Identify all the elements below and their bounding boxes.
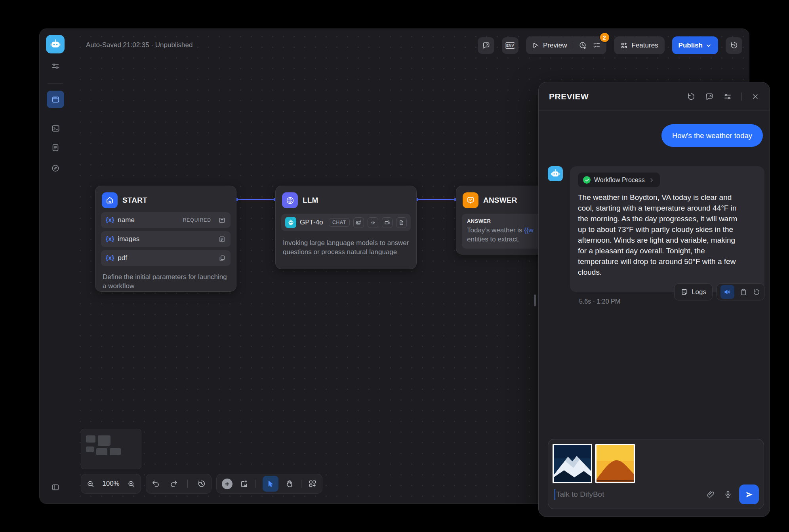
logs-button[interactable]: Logs bbox=[674, 283, 713, 300]
chat-text-input[interactable] bbox=[556, 490, 707, 499]
voice-input-button[interactable] bbox=[724, 490, 732, 499]
sidebar-item-logs[interactable] bbox=[47, 139, 64, 156]
openai-knot bbox=[287, 219, 295, 226]
robot-icon bbox=[550, 169, 560, 179]
start-node-icon bbox=[102, 192, 118, 208]
variable-token: {x} bbox=[106, 236, 114, 243]
version-history-button[interactable] bbox=[726, 37, 742, 54]
text-input-type-icon bbox=[218, 217, 226, 224]
copy-button[interactable] bbox=[739, 288, 747, 296]
llm-node-icon bbox=[282, 192, 298, 208]
conversation-settings-button[interactable] bbox=[723, 92, 732, 101]
checklist-icon bbox=[593, 41, 601, 49]
restart-conversation-button[interactable] bbox=[687, 92, 696, 101]
bot-avatar bbox=[548, 166, 563, 181]
home-icon bbox=[105, 196, 114, 205]
chat-clear-icon bbox=[482, 41, 490, 49]
clock-play-icon bbox=[579, 41, 587, 49]
env-variables-button[interactable]: ENV bbox=[502, 37, 518, 54]
features-button[interactable]: Features bbox=[614, 36, 665, 54]
sidebar-item-apps[interactable] bbox=[47, 91, 64, 108]
sidebar-item-controls[interactable] bbox=[47, 57, 64, 75]
features-label: Features bbox=[632, 42, 658, 49]
preview-panel: PREVIEW How's the weather today bbox=[538, 82, 770, 517]
preview-actions bbox=[687, 92, 759, 101]
chat-mode-badge: CHAT bbox=[329, 218, 350, 227]
preview-header: PREVIEW bbox=[539, 82, 770, 111]
collapse-sidebar-button[interactable] bbox=[47, 479, 64, 496]
sidebar-divider bbox=[48, 83, 63, 84]
start-variable-name[interactable]: {x} name REQUIRED bbox=[101, 212, 231, 228]
video-capability-icon bbox=[382, 217, 393, 228]
panel-resize-handle[interactable] bbox=[534, 294, 536, 306]
node-answer-title: ANSWER bbox=[483, 196, 517, 205]
workflow-process-toggle[interactable]: Workflow Process bbox=[578, 173, 660, 187]
logs-label: Logs bbox=[692, 288, 706, 296]
vision-capability-icon bbox=[353, 217, 364, 228]
terminal-icon bbox=[51, 124, 60, 133]
zoom-in-button[interactable] bbox=[127, 480, 135, 488]
undo-button[interactable] bbox=[151, 479, 160, 488]
chevron-right-icon bbox=[648, 177, 655, 183]
divider bbox=[187, 480, 188, 488]
topbar-actions: ENV Preview bbox=[478, 36, 742, 54]
run-history-button[interactable] bbox=[579, 41, 587, 49]
panel-left-icon bbox=[51, 483, 60, 492]
variable-token: {x} bbox=[106, 217, 114, 224]
document-list-icon bbox=[51, 143, 60, 152]
answer-text-line2: entities to extract. bbox=[467, 236, 520, 243]
bot-message-bubble: Workflow Process The weather in Boydton,… bbox=[570, 166, 764, 292]
success-check-icon bbox=[583, 176, 591, 184]
env-icon: ENV bbox=[505, 42, 515, 49]
hand-mode-button[interactable] bbox=[285, 479, 294, 488]
chat-input-box[interactable] bbox=[548, 439, 764, 509]
close-preview-button[interactable] bbox=[751, 93, 759, 101]
sliders-icon bbox=[51, 62, 60, 70]
preview-title: PREVIEW bbox=[549, 92, 687, 101]
change-history-button[interactable] bbox=[197, 479, 206, 488]
answer-text-prefix: Today’s weather is bbox=[467, 226, 524, 234]
minimap[interactable] bbox=[81, 429, 141, 469]
app-logo[interactable] bbox=[46, 35, 65, 53]
pointer-mode-button[interactable] bbox=[263, 476, 278, 492]
read-aloud-button[interactable] bbox=[720, 285, 734, 299]
clear-conversation-button[interactable] bbox=[705, 92, 714, 101]
paperclip-icon bbox=[707, 490, 715, 499]
redo-button[interactable] bbox=[170, 479, 178, 488]
run-group: Preview 2 bbox=[526, 36, 606, 54]
attach-file-button[interactable] bbox=[707, 490, 715, 499]
add-note-button[interactable] bbox=[240, 479, 248, 488]
regenerate-button[interactable] bbox=[753, 288, 760, 296]
add-node-button[interactable] bbox=[222, 479, 233, 489]
clipboard-icon bbox=[739, 288, 747, 296]
annotation-button[interactable] bbox=[478, 37, 494, 54]
message-actions: Logs bbox=[674, 283, 764, 300]
answer-variable-chip: {{w bbox=[524, 226, 534, 234]
uploaded-image-thumbnail-2[interactable] bbox=[595, 444, 635, 483]
input-icons bbox=[707, 490, 732, 499]
minimap-node bbox=[98, 435, 111, 446]
node-llm-title: LLM bbox=[303, 196, 318, 205]
node-start-title: START bbox=[122, 196, 147, 205]
preview-run-button[interactable]: Preview bbox=[532, 42, 567, 49]
send-button[interactable] bbox=[739, 484, 759, 504]
node-start[interactable]: START {x} name REQUIRED {x} images {x} p… bbox=[95, 186, 236, 292]
uploaded-image-thumbnail-1[interactable] bbox=[553, 444, 592, 483]
node-llm[interactable]: LLM GPT-4o CHAT bbox=[275, 186, 417, 269]
sidebar bbox=[40, 29, 71, 504]
zoom-level[interactable]: 100% bbox=[102, 480, 119, 488]
llm-model-selector[interactable]: GPT-4o CHAT bbox=[281, 214, 411, 231]
organize-nodes-button[interactable] bbox=[308, 479, 317, 488]
checklist-button[interactable] bbox=[593, 41, 601, 49]
variable-name-label: images bbox=[118, 235, 215, 243]
sidebar-item-explore[interactable] bbox=[47, 160, 64, 177]
zoom-out-button[interactable] bbox=[86, 480, 95, 488]
mountain-night-image bbox=[554, 445, 592, 483]
start-variable-pdf[interactable]: {x} pdf bbox=[101, 250, 231, 266]
edge-start-llm bbox=[236, 199, 275, 200]
sidebar-item-terminal[interactable] bbox=[47, 120, 64, 137]
publish-button[interactable]: Publish bbox=[672, 36, 718, 54]
start-variable-images[interactable]: {x} images bbox=[101, 231, 231, 247]
logs-icon bbox=[680, 288, 688, 296]
play-icon bbox=[532, 42, 539, 49]
